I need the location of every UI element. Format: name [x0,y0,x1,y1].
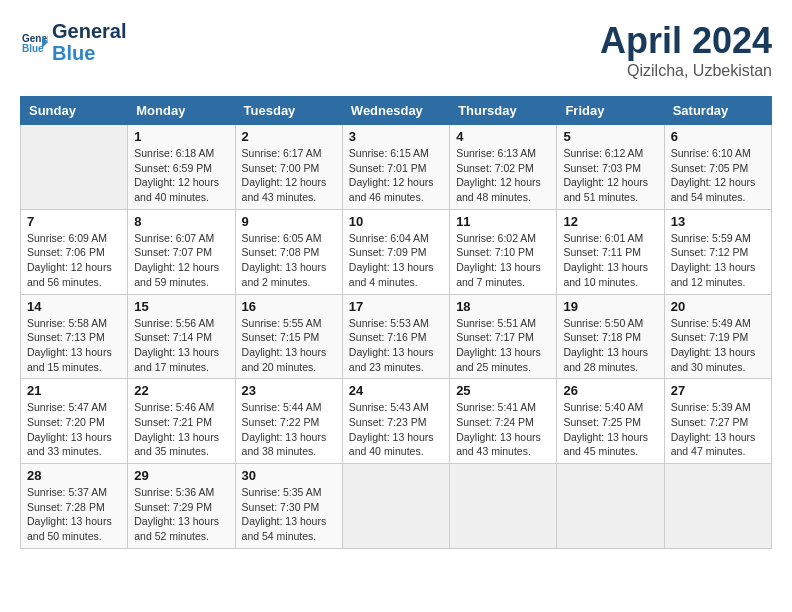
day-info: Sunrise: 5:39 AM Sunset: 7:27 PM Dayligh… [671,400,765,459]
title-block: April 2024 Qizilcha, Uzbekistan [600,20,772,80]
day-number: 17 [349,299,443,314]
calendar-cell: 22Sunrise: 5:46 AM Sunset: 7:21 PM Dayli… [128,379,235,464]
calendar-cell [450,464,557,549]
day-info: Sunrise: 6:18 AM Sunset: 6:59 PM Dayligh… [134,146,228,205]
calendar-cell: 12Sunrise: 6:01 AM Sunset: 7:11 PM Dayli… [557,209,664,294]
day-info: Sunrise: 6:15 AM Sunset: 7:01 PM Dayligh… [349,146,443,205]
calendar-cell: 5Sunrise: 6:12 AM Sunset: 7:03 PM Daylig… [557,125,664,210]
day-number: 27 [671,383,765,398]
calendar-cell: 1Sunrise: 6:18 AM Sunset: 6:59 PM Daylig… [128,125,235,210]
calendar-cell: 3Sunrise: 6:15 AM Sunset: 7:01 PM Daylig… [342,125,449,210]
day-number: 4 [456,129,550,144]
calendar-cell: 16Sunrise: 5:55 AM Sunset: 7:15 PM Dayli… [235,294,342,379]
day-number: 23 [242,383,336,398]
day-info: Sunrise: 5:56 AM Sunset: 7:14 PM Dayligh… [134,316,228,375]
day-number: 15 [134,299,228,314]
day-info: Sunrise: 5:51 AM Sunset: 7:17 PM Dayligh… [456,316,550,375]
calendar-cell: 26Sunrise: 5:40 AM Sunset: 7:25 PM Dayli… [557,379,664,464]
calendar-cell: 2Sunrise: 6:17 AM Sunset: 7:00 PM Daylig… [235,125,342,210]
day-number: 21 [27,383,121,398]
day-info: Sunrise: 6:09 AM Sunset: 7:06 PM Dayligh… [27,231,121,290]
day-number: 16 [242,299,336,314]
day-number: 26 [563,383,657,398]
day-number: 12 [563,214,657,229]
day-number: 5 [563,129,657,144]
week-row-4: 21Sunrise: 5:47 AM Sunset: 7:20 PM Dayli… [21,379,772,464]
calendar-cell: 6Sunrise: 6:10 AM Sunset: 7:05 PM Daylig… [664,125,771,210]
calendar-cell [342,464,449,549]
day-info: Sunrise: 5:50 AM Sunset: 7:18 PM Dayligh… [563,316,657,375]
day-number: 7 [27,214,121,229]
day-info: Sunrise: 5:37 AM Sunset: 7:28 PM Dayligh… [27,485,121,544]
day-number: 13 [671,214,765,229]
day-number: 18 [456,299,550,314]
week-row-3: 14Sunrise: 5:58 AM Sunset: 7:13 PM Dayli… [21,294,772,379]
weekday-header-thursday: Thursday [450,97,557,125]
day-info: Sunrise: 6:07 AM Sunset: 7:07 PM Dayligh… [134,231,228,290]
day-number: 20 [671,299,765,314]
calendar-cell: 19Sunrise: 5:50 AM Sunset: 7:18 PM Dayli… [557,294,664,379]
day-number: 8 [134,214,228,229]
day-info: Sunrise: 5:43 AM Sunset: 7:23 PM Dayligh… [349,400,443,459]
day-number: 19 [563,299,657,314]
day-info: Sunrise: 6:17 AM Sunset: 7:00 PM Dayligh… [242,146,336,205]
calendar-cell: 13Sunrise: 5:59 AM Sunset: 7:12 PM Dayli… [664,209,771,294]
day-info: Sunrise: 6:01 AM Sunset: 7:11 PM Dayligh… [563,231,657,290]
svg-text:Blue: Blue [22,43,44,54]
calendar-cell: 7Sunrise: 6:09 AM Sunset: 7:06 PM Daylig… [21,209,128,294]
calendar-cell: 14Sunrise: 5:58 AM Sunset: 7:13 PM Dayli… [21,294,128,379]
day-number: 29 [134,468,228,483]
day-info: Sunrise: 6:02 AM Sunset: 7:10 PM Dayligh… [456,231,550,290]
weekday-header-wednesday: Wednesday [342,97,449,125]
day-number: 1 [134,129,228,144]
day-info: Sunrise: 5:47 AM Sunset: 7:20 PM Dayligh… [27,400,121,459]
weekday-header-friday: Friday [557,97,664,125]
day-number: 14 [27,299,121,314]
day-number: 6 [671,129,765,144]
calendar-cell [664,464,771,549]
calendar-subtitle: Qizilcha, Uzbekistan [600,62,772,80]
calendar-cell: 30Sunrise: 5:35 AM Sunset: 7:30 PM Dayli… [235,464,342,549]
calendar-cell: 11Sunrise: 6:02 AM Sunset: 7:10 PM Dayli… [450,209,557,294]
day-info: Sunrise: 6:10 AM Sunset: 7:05 PM Dayligh… [671,146,765,205]
calendar-cell: 29Sunrise: 5:36 AM Sunset: 7:29 PM Dayli… [128,464,235,549]
weekday-header-sunday: Sunday [21,97,128,125]
day-info: Sunrise: 5:49 AM Sunset: 7:19 PM Dayligh… [671,316,765,375]
calendar-table: SundayMondayTuesdayWednesdayThursdayFrid… [20,96,772,549]
weekday-header-row: SundayMondayTuesdayWednesdayThursdayFrid… [21,97,772,125]
day-info: Sunrise: 5:44 AM Sunset: 7:22 PM Dayligh… [242,400,336,459]
day-info: Sunrise: 6:12 AM Sunset: 7:03 PM Dayligh… [563,146,657,205]
calendar-cell: 20Sunrise: 5:49 AM Sunset: 7:19 PM Dayli… [664,294,771,379]
logo-icon: General Blue [20,28,48,56]
day-info: Sunrise: 5:59 AM Sunset: 7:12 PM Dayligh… [671,231,765,290]
page-header: General Blue General Blue April 2024 Qiz… [20,20,772,80]
calendar-cell: 9Sunrise: 6:05 AM Sunset: 7:08 PM Daylig… [235,209,342,294]
day-number: 22 [134,383,228,398]
day-info: Sunrise: 5:55 AM Sunset: 7:15 PM Dayligh… [242,316,336,375]
day-number: 3 [349,129,443,144]
calendar-cell: 18Sunrise: 5:51 AM Sunset: 7:17 PM Dayli… [450,294,557,379]
logo: General Blue General Blue [20,20,126,64]
calendar-cell: 15Sunrise: 5:56 AM Sunset: 7:14 PM Dayli… [128,294,235,379]
day-info: Sunrise: 6:05 AM Sunset: 7:08 PM Dayligh… [242,231,336,290]
day-number: 11 [456,214,550,229]
calendar-cell: 24Sunrise: 5:43 AM Sunset: 7:23 PM Dayli… [342,379,449,464]
calendar-cell: 10Sunrise: 6:04 AM Sunset: 7:09 PM Dayli… [342,209,449,294]
calendar-cell [21,125,128,210]
day-number: 24 [349,383,443,398]
calendar-cell [557,464,664,549]
weekday-header-saturday: Saturday [664,97,771,125]
day-number: 2 [242,129,336,144]
day-info: Sunrise: 6:04 AM Sunset: 7:09 PM Dayligh… [349,231,443,290]
calendar-cell: 21Sunrise: 5:47 AM Sunset: 7:20 PM Dayli… [21,379,128,464]
day-info: Sunrise: 5:40 AM Sunset: 7:25 PM Dayligh… [563,400,657,459]
day-info: Sunrise: 5:36 AM Sunset: 7:29 PM Dayligh… [134,485,228,544]
day-number: 28 [27,468,121,483]
day-number: 10 [349,214,443,229]
week-row-1: 1Sunrise: 6:18 AM Sunset: 6:59 PM Daylig… [21,125,772,210]
calendar-cell: 25Sunrise: 5:41 AM Sunset: 7:24 PM Dayli… [450,379,557,464]
day-info: Sunrise: 5:58 AM Sunset: 7:13 PM Dayligh… [27,316,121,375]
week-row-5: 28Sunrise: 5:37 AM Sunset: 7:28 PM Dayli… [21,464,772,549]
calendar-cell: 28Sunrise: 5:37 AM Sunset: 7:28 PM Dayli… [21,464,128,549]
logo-text: General Blue [52,20,126,64]
